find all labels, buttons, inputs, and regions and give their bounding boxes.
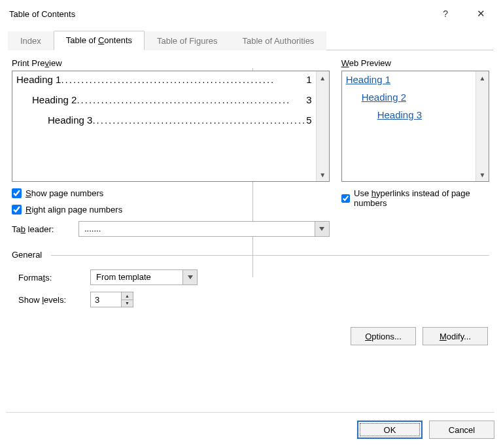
titlebar: Table of Contents ? ✕: [0, 0, 501, 26]
help-button[interactable]: ?: [436, 7, 455, 20]
web-link: Heading 3: [377, 109, 472, 120]
show-levels-spinner[interactable]: ▲ ▼: [90, 292, 133, 307]
web-preview-box: Heading 1 Heading 2 Heading 3 ▲ ▼: [341, 71, 489, 182]
use-hyperlinks-label: Use hyperlinks instead of page numbers: [354, 188, 489, 208]
formats-row: Formats: From template: [18, 269, 489, 285]
right-align-checkbox[interactable]: [12, 205, 22, 215]
print-preview-label: Print Preview: [12, 58, 330, 68]
close-button[interactable]: ✕: [470, 7, 492, 21]
content-columns: Print Preview Heading 1 ................…: [0, 50, 501, 237]
tab-table-of-figures[interactable]: Table of Figures: [145, 31, 230, 50]
svg-marker-0: [319, 227, 324, 231]
show-page-numbers-checkbox[interactable]: [12, 188, 22, 198]
print-preview-scrollbar[interactable]: ▲ ▼: [316, 71, 329, 181]
options-modify-row: Options... Modify...: [0, 307, 501, 345]
formats-value: From template: [91, 270, 182, 284]
web-link: Heading 2: [362, 92, 472, 103]
ok-button[interactable]: OK: [357, 421, 423, 439]
use-hyperlinks-checkbox[interactable]: [341, 194, 350, 203]
web-preview-scrollbar[interactable]: ▲ ▼: [475, 71, 489, 181]
tab-leader-value: .......: [79, 222, 315, 236]
options-button[interactable]: Options...: [351, 327, 416, 345]
scroll-down-icon[interactable]: ▼: [317, 168, 329, 181]
chevron-down-icon[interactable]: [315, 222, 329, 236]
print-preview-box: Heading 1 ..............................…: [12, 71, 330, 182]
cancel-button[interactable]: Cancel: [429, 421, 494, 439]
formats-combo[interactable]: From template: [90, 269, 198, 285]
right-align-row: Right align page numbers: [12, 205, 330, 215]
tab-table-of-authorities[interactable]: Table of Authorities: [230, 31, 327, 50]
toc-entry: Heading 3 ..............................…: [16, 114, 312, 126]
general-legend: General: [12, 250, 47, 260]
group-divider: [51, 255, 489, 256]
web-preview-column: Web Preview Heading 1 Heading 2 Heading …: [341, 58, 489, 237]
dialog-window: Table of Contents ? ✕ Index Table of Con…: [0, 0, 501, 448]
modify-button[interactable]: Modify...: [423, 327, 488, 345]
scroll-up-icon[interactable]: ▲: [317, 71, 329, 84]
show-levels-input[interactable]: [91, 292, 121, 307]
tab-table-of-contents[interactable]: Table of Contents: [54, 31, 145, 50]
print-preview-content: Heading 1 ..............................…: [12, 71, 316, 181]
footer-buttons: OK Cancel: [7, 412, 494, 439]
tab-index[interactable]: Index: [8, 31, 54, 50]
scroll-down-icon[interactable]: ▼: [476, 168, 489, 181]
scroll-up-icon[interactable]: ▲: [476, 71, 489, 84]
tabstrip: Index Table of Contents Table of Figures…: [8, 30, 493, 50]
web-preview-content: Heading 1 Heading 2 Heading 3: [342, 71, 475, 181]
tab-leader-label: Tab leader:: [12, 224, 72, 234]
dialog-title: Table of Contents: [9, 9, 436, 19]
web-link: Heading 1: [346, 74, 472, 85]
show-page-numbers-label: Show page numbers: [26, 188, 103, 198]
web-preview-label: Web Preview: [341, 58, 489, 68]
chevron-down-icon[interactable]: [182, 270, 197, 284]
right-align-label: Right align page numbers: [26, 205, 122, 215]
spin-down-icon[interactable]: ▼: [122, 300, 133, 307]
toc-entry: Heading 1 ..............................…: [16, 74, 312, 85]
svg-marker-1: [188, 275, 193, 279]
show-page-numbers-row: Show page numbers: [12, 188, 330, 198]
tab-leader-row: Tab leader: .......: [12, 221, 330, 237]
toc-entry: Heading 2 ..............................…: [16, 94, 312, 105]
formats-label: Formats:: [18, 273, 90, 283]
use-hyperlinks-row: Use hyperlinks instead of page numbers: [341, 188, 489, 208]
show-levels-label: Show levels:: [18, 295, 90, 305]
show-levels-row: Show levels: ▲ ▼: [18, 292, 489, 307]
general-group: General Formats: From template Show leve…: [12, 255, 489, 307]
print-preview-column: Print Preview Heading 1 ................…: [12, 58, 330, 237]
spin-up-icon[interactable]: ▲: [122, 292, 133, 300]
tab-leader-combo[interactable]: .......: [78, 221, 330, 237]
